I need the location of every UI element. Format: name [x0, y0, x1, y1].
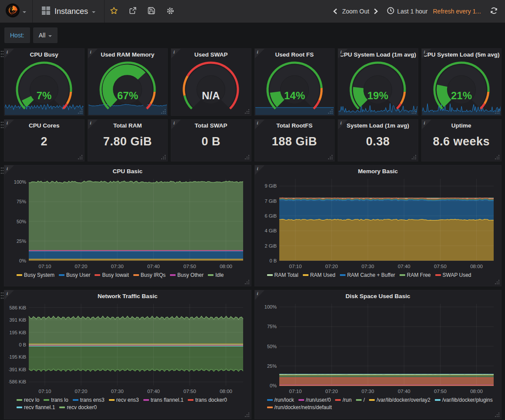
legend-item[interactable]: /run	[335, 397, 352, 403]
panel-title[interactable]: Used RAM Memory	[88, 49, 168, 58]
panel-resize-handle[interactable]	[248, 283, 249, 284]
info-icon: i	[340, 120, 342, 125]
legend-item[interactable]: RAM Total	[267, 272, 298, 278]
legend-item[interactable]: /run/lock	[267, 397, 294, 403]
panel-resize-handle[interactable]	[165, 158, 166, 159]
share-button[interactable]	[123, 0, 142, 23]
graph-plot[interactable]: 100%75%50%25%0%07:1007:2007:3007:4007:50…	[9, 175, 246, 272]
row-drag-handle[interactable]	[0, 50, 3, 60]
panel-info-corner[interactable]	[255, 165, 264, 175]
panel-title[interactable]: Memory Basic	[255, 165, 502, 175]
panel-info-corner[interactable]	[4, 120, 14, 129]
legend-item[interactable]: RAM Cache + Buffer	[340, 272, 395, 278]
info-icon: i	[7, 49, 8, 54]
legend-item[interactable]: /var/lib/docker/plugins	[435, 397, 493, 403]
panel-resize-handle[interactable]	[498, 283, 499, 284]
panel-title[interactable]: CPU Basic	[4, 165, 251, 175]
legend-swatch	[170, 274, 176, 276]
legend-item[interactable]: Busy Other	[170, 272, 203, 278]
panel-info-corner[interactable]	[171, 120, 181, 129]
panel-title[interactable]: Uptime	[422, 120, 502, 129]
panel-info-corner[interactable]	[422, 49, 431, 58]
svg-text:07:30: 07:30	[362, 389, 374, 394]
legend-item[interactable]: RAM Used	[303, 272, 336, 278]
panel-info-corner[interactable]	[255, 290, 264, 300]
grafana-logo[interactable]	[0, 0, 33, 23]
panel-title[interactable]: Total SWAP	[171, 120, 251, 129]
host-variable-select[interactable]: All	[33, 27, 58, 43]
graph-plot[interactable]: 100%75%50%25%0%07:1007:2007:3007:4007:50…	[259, 300, 497, 397]
panel-info-corner[interactable]	[4, 49, 14, 58]
legend-item[interactable]: RAM Free	[400, 272, 431, 278]
legend-item[interactable]: trans lo	[44, 397, 68, 403]
panel-info-corner[interactable]	[338, 49, 348, 58]
svg-text:07:40: 07:40	[147, 389, 160, 394]
graph-plot[interactable]: 9 GiB7 GiB6 GiB4 GiB2 GiB0 B07:1007:2007…	[259, 175, 497, 272]
panel-title[interactable]: Used Root FS	[255, 49, 335, 58]
legend-item[interactable]: SWAP Used	[435, 272, 471, 278]
legend-item[interactable]: recv docker0	[59, 404, 97, 410]
panel-resize-handle[interactable]	[81, 158, 82, 159]
star-button[interactable]	[105, 0, 123, 23]
time-back-button[interactable]	[329, 8, 342, 14]
legend-item[interactable]: recv flannel.1	[17, 404, 55, 410]
dashboard-picker[interactable]: Instances	[33, 0, 105, 23]
legend-item[interactable]: recv ens3	[109, 397, 139, 403]
legend-item[interactable]: /run/docker/netns/default	[267, 404, 332, 410]
row-drag-handle[interactable]	[0, 292, 3, 301]
graph-plot[interactable]: 586 KiB391 KiB195 KiB0 B-195 KiB-391 KiB…	[9, 300, 246, 397]
panel-info-corner[interactable]	[171, 49, 181, 58]
panel-resize-handle[interactable]	[332, 158, 332, 159]
panel-title[interactable]: CPU System Load (5m avg)	[422, 49, 502, 58]
panel-info-corner[interactable]	[255, 120, 264, 129]
legend-item[interactable]: trans ens3	[73, 397, 105, 403]
legend-item[interactable]: Busy IRQs	[133, 272, 166, 278]
panel-title[interactable]: Total RootFS	[255, 120, 335, 129]
row-drag-handle[interactable]	[0, 121, 3, 131]
panel-resize-handle[interactable]	[498, 416, 499, 417]
info-icon: i	[173, 120, 175, 125]
settings-button[interactable]	[161, 0, 180, 23]
panel-info-corner[interactable]	[338, 120, 348, 129]
legend-item[interactable]: Idle	[208, 272, 224, 278]
panel-info-corner[interactable]	[4, 290, 14, 300]
panel-title[interactable]: CPU System Load (1m avg)	[338, 49, 418, 58]
panel-resize-handle[interactable]	[415, 158, 416, 159]
panel-title[interactable]: CPU Cores	[4, 120, 84, 129]
refresh-interval-button[interactable]: Refresh every 1...	[432, 8, 486, 15]
legend-item[interactable]: trans docker0	[188, 397, 227, 403]
time-forward-button[interactable]	[369, 8, 383, 14]
panel-info-corner[interactable]	[88, 49, 98, 58]
panel-title[interactable]: System Load (1m avg)	[338, 120, 418, 129]
legend-item[interactable]: /	[356, 397, 365, 403]
panel-resize-handle[interactable]	[498, 158, 499, 159]
legend-item[interactable]: Busy System	[17, 272, 54, 278]
panel-resize-handle[interactable]	[248, 158, 249, 159]
panel-info-corner[interactable]	[422, 120, 431, 129]
legend-item[interactable]: /var/lib/docker/overlay2	[369, 397, 430, 403]
svg-text:4 GiB: 4 GiB	[264, 228, 277, 233]
panel-resize-handle[interactable]	[248, 113, 249, 114]
svg-text:50%: 50%	[17, 219, 26, 224]
panel-title[interactable]: Total RAM	[88, 120, 168, 129]
panel-title[interactable]: Used SWAP	[171, 49, 251, 58]
legend-item[interactable]: trans flannel.1	[143, 397, 183, 403]
panel-info-corner[interactable]	[255, 49, 264, 58]
legend-item[interactable]: Busy Iowait	[95, 272, 129, 278]
svg-text:07:10: 07:10	[289, 389, 302, 394]
svg-text:07:10: 07:10	[39, 389, 51, 394]
panel-title[interactable]: CPU Busy	[4, 49, 84, 58]
row-drag-handle[interactable]	[0, 167, 3, 176]
time-range-picker[interactable]: Last 1 hour	[383, 7, 432, 16]
refresh-button[interactable]	[485, 7, 500, 16]
panel-info-corner[interactable]	[88, 120, 98, 129]
zoom-out-button[interactable]: Zoom Out	[342, 8, 369, 15]
save-button[interactable]	[142, 0, 161, 23]
panel-title[interactable]: Disk Space Used Basic	[255, 290, 502, 299]
panel-title[interactable]: Network Traffic Basic	[4, 290, 251, 299]
legend-item[interactable]: Busy User	[59, 272, 90, 278]
panel-info-corner[interactable]	[4, 165, 14, 175]
panel-resize-handle[interactable]	[248, 416, 249, 417]
legend-item[interactable]: /run/user/0	[298, 397, 331, 403]
legend-item[interactable]: recv lo	[17, 397, 39, 403]
